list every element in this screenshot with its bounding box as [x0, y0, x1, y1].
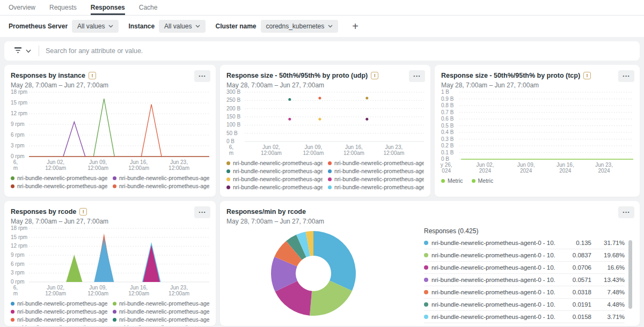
svg-text:12:00am: 12:00am	[87, 291, 108, 296]
legend-item[interactable]: nri-bundle-newrelic-prometheus-agent-0 -…	[226, 168, 323, 174]
legend-item[interactable]: nri-bundle-newrelic-prometheus-agent-0 -…	[113, 324, 209, 326]
legend-item[interactable]: nri-bundle-newrelic-prometheus-agent-0 -…	[113, 316, 209, 323]
svg-text:15 rpm: 15 rpm	[11, 234, 27, 240]
svg-text:15 rpm: 15 rpm	[11, 100, 27, 106]
svg-text:024: 024	[442, 168, 451, 174]
tab-responses[interactable]: Responses	[91, 0, 125, 15]
warning-icon[interactable]: !	[79, 208, 87, 215]
series-percent: 3.71%	[595, 314, 625, 320]
series-label: nri-bundle-newrelic-prometheus-agent-0 -…	[431, 289, 555, 295]
legend-label: nri-bundle-newrelic-prometheus-agent-0 -…	[17, 324, 107, 326]
panel-menu-button[interactable]: ...	[618, 70, 634, 82]
svg-text:12 rpm: 12 rpm	[11, 110, 27, 116]
legend-item[interactable]: nri-bundle-newrelic-prometheus-agent-0 -…	[11, 175, 107, 181]
panel-menu-button[interactable]: ...	[194, 206, 210, 218]
legend-dot-icon	[11, 310, 14, 314]
line-chart-responses-by-instance[interactable]: 18 rpm15 rpm12 rpm9 rpm6 rpm3 rpm0 rpm6,…	[11, 92, 209, 174]
legend-item[interactable]: nri-bundle-newrelic-prometheus-agent-0 -…	[113, 175, 209, 181]
chevron-down-icon	[195, 25, 200, 28]
legend-dot-icon	[11, 326, 14, 326]
warning-icon[interactable]: !	[583, 72, 591, 79]
table-row[interactable]: nri-bundle-newrelic-prometheus-agent-0 -…	[424, 311, 625, 323]
panel-response-size-tcp: Response size - 50th%/95th% by proto (tc…	[435, 65, 640, 197]
svg-text:18 rpm: 18 rpm	[11, 225, 27, 231]
svg-text:Jun 23,: Jun 23,	[595, 162, 613, 168]
warning-icon[interactable]: !	[89, 72, 96, 79]
panel-menu-button[interactable]: ...	[194, 70, 210, 82]
donut-slice[interactable]	[313, 231, 356, 291]
add-filter-button[interactable]: +	[352, 21, 358, 32]
chevron-down-icon	[26, 49, 31, 53]
table-row[interactable]: nri-bundle-newrelic-prometheus-agent-0 -…	[424, 286, 625, 299]
filter-toggle-button[interactable]	[10, 46, 35, 56]
legend-item[interactable]: nri-bundle-newrelic-prometheus-agent-0 -…	[11, 300, 107, 307]
svg-text:6 rpm: 6 rpm	[11, 132, 25, 138]
legend-item[interactable]: nri-bundle-newrelic-prometheus-agent-0 -…	[11, 316, 107, 323]
legend-label: nri-bundle-newrelic-prometheus-agent-0 -…	[17, 316, 107, 323]
legend-item[interactable]: nri-bundle-newrelic-prometheus-agent-0 -…	[328, 176, 424, 182]
instance-dropdown[interactable]: All values	[159, 20, 206, 33]
legend-item[interactable]: nri-bundle-newrelic-prometheus-agent-0 -…	[113, 308, 209, 315]
svg-text:Jun 23,: Jun 23,	[170, 285, 188, 291]
line-chart-response-size-tcp[interactable]: 1 B0.9 B0.8 B0.7 B0.6 B0.5 B0.4 B0.3 B0.…	[441, 92, 633, 176]
table-row[interactable]: nri-bundle-newrelic-prometheus-agent-0 -…	[424, 262, 625, 274]
table-scrollbar[interactable]	[628, 240, 632, 309]
panel-menu-button[interactable]: ...	[409, 70, 425, 82]
table-row[interactable]: nri-bundle-newrelic-prometheus-agent-0 -…	[424, 249, 625, 262]
legend-item[interactable]: nri-bundle-newrelic-prometheus-agent-0 -…	[226, 160, 323, 166]
legend-item[interactable]: nri-bundle-newrelic-prometheus-agent-0 -…	[328, 160, 424, 166]
legend-item[interactable]: nri-bundle-newrelic-prometheus-agent-0 -…	[226, 176, 323, 182]
legend-item[interactable]: Metric	[441, 177, 463, 184]
series-dot-icon	[424, 241, 428, 245]
warning-icon[interactable]: !	[371, 72, 378, 79]
svg-text:Jun 02,: Jun 02,	[47, 159, 64, 165]
legend-label: nri-bundle-newrelic-prometheus-agent-0 -…	[17, 183, 107, 189]
legend-label: nri-bundle-newrelic-prometheus-agent-0 -…	[17, 308, 107, 315]
svg-text:2024: 2024	[479, 168, 492, 174]
series-value: 0.0318	[558, 289, 591, 295]
svg-text:Jun 09,: Jun 09,	[89, 285, 107, 291]
table-row[interactable]: nri-bundle-newrelic-prometheus-agent-0 -…	[424, 274, 625, 286]
legend-label: nri-bundle-newrelic-prometheus-agent-0 -…	[233, 176, 323, 182]
legend-dot-icon	[328, 185, 332, 189]
legend-item[interactable]: nri-bundle-newrelic-prometheus-agent-0 -…	[11, 183, 107, 189]
tab-requests[interactable]: Requests	[49, 0, 77, 15]
tab-overview[interactable]: Overview	[9, 0, 35, 15]
scatter-chart-response-size-udp[interactable]: 300 B250 B200 B150 B100 B50 B0 B6,mJun 0…	[226, 92, 424, 159]
series-dot-icon	[424, 290, 428, 294]
area-chart-responses-by-rcode[interactable]: 18 rpm15 rpm12 rpm9 rpm6 rpm3 rpm0 rpm6,…	[11, 228, 209, 299]
donut-chart-responses-by-rcode[interactable]	[268, 228, 358, 318]
search-input[interactable]	[41, 47, 634, 55]
filter-instance: Instance All values	[128, 20, 206, 33]
panel-menu-button[interactable]: ...	[618, 206, 634, 218]
table-row[interactable]: nri-bundle-newrelic-prometheus-agent-0 -…	[424, 299, 625, 311]
legend-item[interactable]: nri-bundle-newrelic-prometheus-agent-0 -…	[328, 168, 424, 174]
svg-text:12 rpm: 12 rpm	[11, 243, 27, 249]
legend-dot-icon	[441, 179, 445, 183]
svg-text:6,: 6,	[13, 285, 18, 291]
panel-title: Response size - 50th%/95th% by proto (tc…	[441, 72, 580, 79]
series-label: nri-bundle-newrelic-prometheus-agent-0 -…	[431, 240, 555, 246]
legend-item[interactable]: nri-bundle-newrelic-prometheus-agent-0 -…	[328, 184, 424, 190]
legend-dot-icon	[226, 177, 230, 181]
legend-item[interactable]: nri-bundle-newrelic-prometheus-agent-0 -…	[11, 308, 107, 315]
legend-item[interactable]: nri-bundle-newrelic-prometheus-agent-0 -…	[11, 324, 107, 326]
prometheus-server-dropdown[interactable]: All values	[72, 20, 119, 33]
legend-item[interactable]: nri-bundle-newrelic-prometheus-agent-0 -…	[113, 300, 209, 307]
table-row[interactable]: nri-bundle-newrelic-prometheus-agent-0 -…	[424, 323, 625, 326]
legend-dot-icon	[113, 302, 116, 306]
legend-item[interactable]: Metric	[472, 177, 494, 184]
table-row[interactable]: nri-bundle-newrelic-prometheus-agent-0 -…	[424, 237, 625, 249]
cluster-name-dropdown[interactable]: coredns_kubernetes	[261, 20, 339, 33]
svg-text:12:00am: 12:00am	[169, 291, 189, 296]
legend-label: nri-bundle-newrelic-prometheus-agent-0 -…	[233, 184, 323, 190]
svg-text:100 B: 100 B	[226, 122, 240, 128]
legend-label: nri-bundle-newrelic-prometheus-agent-0 -…	[233, 160, 323, 166]
legend-item[interactable]: nri-bundle-newrelic-prometheus-agent-0 -…	[113, 183, 209, 189]
svg-text:Jun 02,: Jun 02,	[47, 285, 64, 291]
svg-text:18 rpm: 18 rpm	[11, 89, 27, 95]
legend-item[interactable]: nri-bundle-newrelic-prometheus-agent-0 -…	[226, 184, 323, 190]
legend-dot-icon	[11, 184, 14, 188]
svg-text:6,: 6,	[13, 159, 18, 165]
tab-cache[interactable]: Cache	[139, 0, 158, 15]
